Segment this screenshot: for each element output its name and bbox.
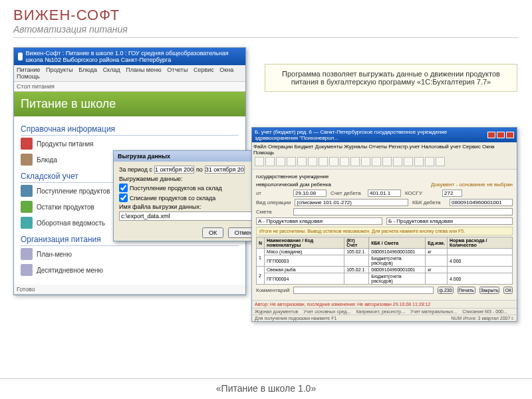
kosgu-input[interactable] [442, 190, 462, 197]
maximize-icon[interactable] [497, 132, 505, 138]
menu-item[interactable]: Документы [315, 144, 342, 150]
table-row[interactable]: ПГП00003 Бюджет(счета расходов) 4.000 [257, 255, 513, 267]
menu-item[interactable]: Отчеты [167, 66, 188, 73]
menu-item[interactable]: Склад [103, 66, 120, 73]
titlebar[interactable]: Вижен-Софт : Питание в школе 1.0 : ГОУ с… [14, 48, 245, 65]
kbk-input[interactable] [450, 199, 513, 206]
menu-item[interactable]: Журналы [344, 144, 367, 150]
th-kbk[interactable]: КБК / Смета [369, 237, 426, 249]
ok-button[interactable]: ОК [202, 227, 223, 238]
menu-item[interactable]: Сервис [462, 144, 480, 150]
toolbar-icon[interactable] [404, 157, 413, 166]
th-name[interactable]: Наименование / Код номенклатуры [265, 237, 344, 249]
menubar-1c[interactable]: Файл Операции Бюджет Документы Журналы О… [252, 142, 517, 170]
sheet-icon [21, 217, 33, 229]
toolbar-icons [253, 156, 515, 168]
tab[interactable]: Журнал документов [255, 309, 298, 314]
date-input[interactable] [293, 190, 327, 197]
menubar[interactable]: Питание Продукты Блюда Склад Планы меню … [14, 65, 245, 82]
menu-item[interactable]: Окна [219, 66, 233, 73]
th-qty[interactable]: Норма расхода / Количество [447, 237, 512, 249]
btn-f230[interactable]: ф.230 [438, 287, 453, 294]
menu-item[interactable]: Планы меню [126, 66, 162, 73]
menu-item[interactable]: Отчеты [368, 144, 387, 150]
toolbar-icon[interactable] [276, 157, 285, 166]
menu-item[interactable]: Окна [482, 144, 495, 150]
toolbar-icon[interactable] [414, 157, 424, 166]
date-to-input[interactable] [205, 166, 245, 174]
list-icon [21, 264, 33, 276]
menu-item[interactable]: Продукты [46, 66, 73, 73]
nav-products[interactable]: Продукты питания [21, 136, 239, 152]
toolbar-icon[interactable] [436, 157, 445, 166]
table-row[interactable]: 2 Свежая рыба 105.02.1 08009104960001001… [257, 267, 513, 273]
toolbar-icon[interactable] [372, 157, 381, 166]
menu-item[interactable]: Помощь [253, 150, 274, 156]
chk-writeoff[interactable] [119, 194, 128, 202]
cell: 1 [257, 249, 265, 267]
th-ed[interactable]: Ед.изм. [426, 237, 448, 249]
menu-item[interactable]: Файл [253, 144, 267, 150]
cell: 08009104960001001 [369, 267, 426, 273]
menu-item[interactable]: Сервис [194, 66, 214, 73]
brand-subtitle: Автоматизация питания [13, 24, 519, 38]
menu-item[interactable]: Блюда [78, 66, 97, 73]
sklad-b-input[interactable] [386, 217, 513, 225]
toolbar-icon[interactable] [425, 157, 434, 166]
acct-label: Счет дебета [331, 190, 364, 196]
cell: 08009104960001001 [369, 249, 426, 255]
acct-input[interactable] [368, 190, 401, 197]
toolbar-icon[interactable] [350, 157, 360, 166]
menu-item[interactable]: Регистр.учет [388, 144, 420, 150]
tab[interactable]: Учет основных сред... [303, 309, 350, 314]
toolbar-icon[interactable] [340, 157, 349, 166]
toolbar-icon[interactable] [382, 157, 392, 166]
sklad-a-input[interactable] [256, 217, 382, 225]
smeta-input[interactable] [293, 208, 513, 215]
menu-item[interactable]: Питание [17, 66, 41, 73]
period-label: За период с [119, 166, 152, 173]
date-from-input[interactable] [154, 166, 194, 174]
titlebar-1c[interactable]: Б. учет (бюджет) ред. 6 — Санкт-Петербур… [252, 128, 517, 142]
tab[interactable]: Списание МЗ - 000... [462, 309, 507, 314]
nav-label: Продукты питания [37, 140, 94, 148]
table-row[interactable]: ПГП00004 Бюджет(счета расходов) 4.000 [257, 273, 513, 285]
menu-item[interactable]: Операции [268, 144, 293, 150]
menu-item[interactable]: Налоговый учет [422, 144, 461, 150]
doc-tabs: Журнал документов Учет основных сред... … [252, 308, 517, 315]
toolbar-icon[interactable] [393, 157, 402, 166]
toolbar-icon[interactable] [329, 157, 338, 166]
nav-tenday-menu[interactable]: Десятидневное меню [21, 262, 239, 278]
toolbar-icon[interactable] [361, 157, 370, 166]
menu-item[interactable]: Помощь [17, 73, 40, 80]
close-icon[interactable] [506, 132, 514, 138]
table-row[interactable]: 1 Мясо (говядина) 105.02.1 0800910496000… [257, 249, 513, 255]
toolbar-icon[interactable] [265, 157, 275, 166]
tab[interactable]: Учет материальных... [410, 309, 457, 314]
th-acct[interactable]: (Кт) Счет [344, 237, 369, 249]
minimize-icon[interactable] [487, 132, 495, 138]
toolbar-icon[interactable] [308, 157, 317, 166]
nav-plan-menu[interactable]: План-меню [21, 246, 239, 262]
toolbar-icon[interactable] [297, 157, 307, 166]
comment-input[interactable] [293, 287, 434, 294]
dialog-title[interactable]: Выгрузка данных [114, 151, 265, 162]
btn-print[interactable]: Печать [458, 287, 475, 294]
section-reference: Справочная информация [21, 123, 239, 136]
op-input[interactable] [295, 199, 408, 206]
nav-label: Оборотная ведомость [37, 219, 105, 227]
chk-incoming[interactable] [119, 184, 128, 192]
th-n[interactable]: N [257, 237, 265, 249]
menu-item[interactable]: Бюджет [295, 144, 314, 150]
statusbar: Готово [14, 285, 245, 295]
chk-label: Поступление продуктов на склад [130, 185, 222, 192]
smeta-label: Смета [256, 209, 289, 215]
toolbar-icon[interactable] [255, 157, 264, 166]
toolbar-icon[interactable] [287, 157, 296, 166]
toolbar-icon[interactable] [319, 157, 328, 166]
file-path[interactable]: c:\export_data.xml [119, 211, 260, 221]
btn-close[interactable]: Закрыть [479, 287, 500, 294]
box-icon [21, 201, 33, 213]
btn-ok[interactable]: ОК [503, 287, 513, 294]
tab[interactable]: Капремонт, реконстр... [356, 309, 406, 314]
